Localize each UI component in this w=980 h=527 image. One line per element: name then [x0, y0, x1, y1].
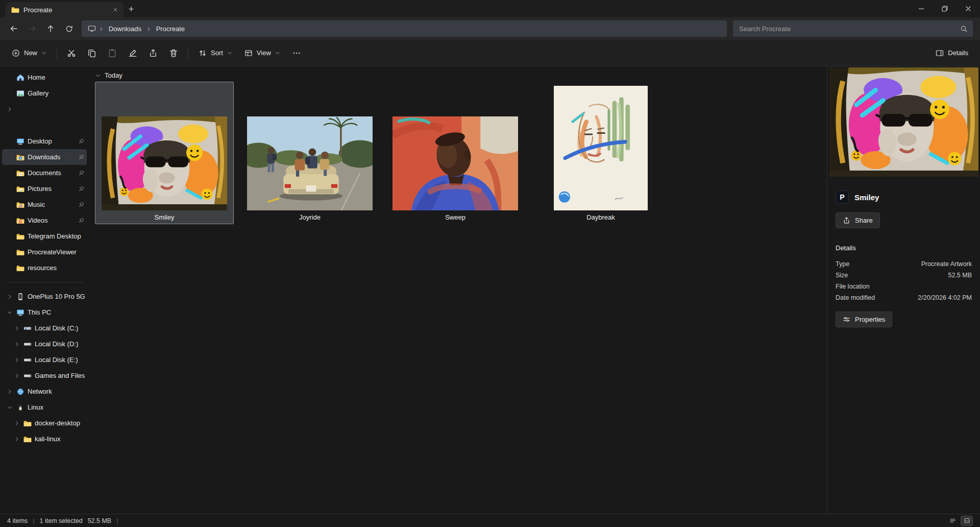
restore-button[interactable]: [933, 0, 957, 17]
chevron-right-icon[interactable]: [13, 420, 20, 427]
sidebar-item-local-disk-c[interactable]: Local Disk (C:): [2, 320, 87, 336]
thumbnail-view-toggle[interactable]: [961, 516, 973, 526]
sidebar-item-pictures[interactable]: Pictures: [2, 181, 87, 197]
sidebar-item-gallery[interactable]: Gallery: [2, 85, 87, 101]
search-icon: [960, 25, 968, 33]
minimize-button[interactable]: [910, 0, 933, 17]
sidebar-item-label: Documents: [28, 169, 75, 177]
chevron-right-icon[interactable]: [6, 388, 13, 395]
main-area: Home Gallery Desktop Downloads: [0, 66, 980, 514]
sidebar-item-kali-linux[interactable]: kali-linux: [2, 431, 87, 447]
breadcrumb-chevron-icon: ›: [148, 25, 150, 32]
chevron-right-icon[interactable]: [13, 372, 20, 379]
refresh-icon: [65, 25, 73, 33]
new-button[interactable]: New: [6, 44, 52, 62]
sidebar-item-docker-desktop[interactable]: docker-desktop: [2, 415, 87, 431]
details-pane: P Smiley Share Details Type Procreate Ar…: [827, 66, 980, 514]
sidebar-item-home[interactable]: Home: [2, 69, 87, 85]
more-options-button[interactable]: [287, 44, 306, 62]
file-tile-smiley[interactable]: Smiley: [95, 82, 234, 224]
list-view-icon: [949, 517, 956, 524]
group-label: Today: [105, 71, 122, 79]
refresh-button[interactable]: [60, 20, 78, 37]
sidebar-item-label: Desktop: [28, 137, 75, 145]
search-input[interactable]: [739, 25, 956, 33]
arrow-left-icon: [10, 25, 18, 33]
sidebar-item-network[interactable]: Network: [2, 384, 87, 399]
file-tile-joyride[interactable]: Joyride: [240, 82, 379, 224]
sidebar-item-documents[interactable]: Documents: [2, 165, 87, 181]
sidebar-item-resources[interactable]: resources: [2, 260, 87, 276]
sidebar-item-label: This PC: [28, 308, 85, 316]
videos-icon: [16, 217, 24, 225]
drive-ic on: [23, 372, 32, 380]
sidebar-item-label: OnePlus 10 Pro 5G: [28, 293, 85, 300]
sidebar-item-games-and-files-f[interactable]: Games and Files (F:): [2, 368, 87, 384]
chevron-right-icon[interactable]: [13, 436, 20, 443]
this-pc-icon: [88, 25, 96, 33]
view-button[interactable]: View: [239, 44, 286, 62]
sidebar-expand-chevron[interactable]: [2, 101, 87, 117]
search-box[interactable]: [733, 20, 973, 37]
sort-button[interactable]: Sort: [193, 44, 238, 62]
sidebar-item-label: Local Disk (C:): [35, 324, 85, 332]
sidebar-item-local-disk-d[interactable]: Local Disk (D:): [2, 336, 87, 352]
sidebar-item-videos[interactable]: Videos: [2, 212, 87, 228]
forward-button[interactable]: [23, 20, 41, 37]
file-list-area[interactable]: Today Smiley Joyride: [89, 66, 827, 514]
gallery-icon: [16, 89, 24, 98]
delete-button[interactable]: [164, 44, 183, 62]
details-view-toggle[interactable]: [946, 516, 959, 526]
pin-icon: [78, 217, 85, 224]
close-button[interactable]: [957, 0, 980, 17]
new-tab-button[interactable]: +: [124, 2, 139, 16]
file-tile-daybreak[interactable]: Daybreak: [531, 82, 670, 224]
procreate-file-badge: P: [836, 190, 849, 204]
cut-button[interactable]: [62, 44, 81, 62]
file-name-label: Smiley: [95, 210, 233, 224]
breadcrumb-procreate[interactable]: Procreate: [154, 24, 187, 34]
chevron-right-icon[interactable]: [13, 341, 20, 348]
up-button[interactable]: [42, 20, 59, 37]
details-pane-button[interactable]: Details: [930, 44, 974, 62]
sidebar-item-procreateviewer[interactable]: ProcreateViewer: [2, 244, 87, 260]
chevron-down-icon[interactable]: [6, 404, 13, 411]
chevron-down-icon[interactable]: [6, 309, 13, 316]
linux-penguin-icon: [16, 403, 24, 412]
chevron-down-icon[interactable]: [95, 73, 101, 79]
chevron-right-icon[interactable]: [13, 356, 20, 364]
explorer-tab[interactable]: Procreate: [5, 2, 124, 17]
group-header-today[interactable]: Today: [95, 71, 122, 79]
sidebar-item-telegram-desktop[interactable]: Telegram Desktop: [2, 228, 87, 244]
items-count: 4 items: [7, 517, 28, 524]
desktop-icon: [16, 137, 24, 146]
chevron-right-icon[interactable]: [6, 293, 13, 300]
chevron-right-icon[interactable]: [6, 106, 13, 113]
address-bar[interactable]: › Downloads › Procreate: [82, 20, 727, 37]
pin-icon: [78, 138, 85, 145]
share-button[interactable]: [143, 44, 163, 62]
file-tile-sweep[interactable]: Sweep: [386, 82, 525, 224]
chevron-right-icon[interactable]: [13, 325, 20, 332]
sidebar-item-desktop[interactable]: Desktop: [2, 133, 87, 149]
sidebar-item-music[interactable]: Music: [2, 197, 87, 212]
share-file-button[interactable]: Share: [836, 212, 880, 228]
sidebar-item-oneplus-phone[interactable]: OnePlus 10 Pro 5G: [2, 289, 87, 304]
properties-button[interactable]: Properties: [836, 312, 892, 327]
rename-button[interactable]: [123, 44, 142, 62]
file-preview[interactable]: [829, 67, 978, 177]
sidebar-item-linux[interactable]: Linux: [2, 399, 87, 415]
sidebar-item-downloads[interactable]: Downloads: [2, 149, 87, 165]
sidebar-item-this-pc[interactable]: This PC: [2, 304, 87, 320]
copy-button[interactable]: [82, 44, 102, 62]
back-button[interactable]: [5, 20, 22, 37]
breadcrumb-downloads[interactable]: Downloads: [107, 24, 143, 34]
paste-button[interactable]: [103, 44, 122, 62]
sidebar-item-label: Network: [28, 388, 85, 395]
tab-close-icon[interactable]: [110, 5, 120, 15]
sidebar-item-local-disk-e[interactable]: Local Disk (E:): [2, 352, 87, 368]
pictures-icon: [16, 185, 24, 193]
joyride-artwork-thumbnail: [247, 116, 373, 210]
sidebar-item-label: kali-linux: [35, 435, 85, 443]
toolbar-separator: [188, 47, 188, 59]
